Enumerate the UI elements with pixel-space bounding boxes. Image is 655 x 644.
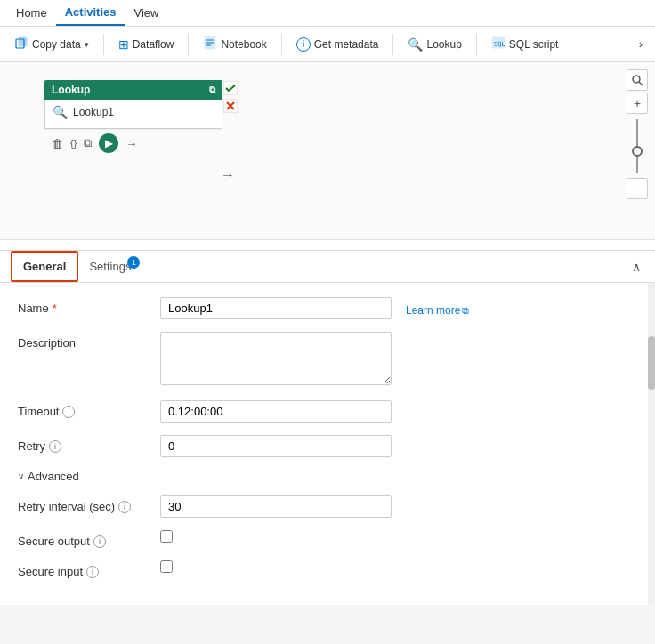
- name-label: Name *: [18, 297, 160, 315]
- name-required-star: *: [53, 302, 57, 315]
- tabs-row: General Settings 1 ∧: [0, 251, 655, 283]
- node-arrow-button[interactable]: →: [125, 137, 137, 150]
- menu-view[interactable]: View: [125, 1, 168, 25]
- node-expand-icon[interactable]: ⧉: [209, 85, 215, 95]
- node-header: Lookup ⧉: [44, 80, 222, 100]
- advanced-label-text: Advanced: [28, 470, 79, 483]
- retry-wrap: [160, 435, 637, 457]
- scrollbar-thumb[interactable]: [648, 336, 655, 390]
- settings-badge: 1: [127, 256, 140, 269]
- node-body: 🔍 Lookup1: [44, 100, 222, 129]
- canvas-zoom-out-button[interactable]: −: [627, 178, 648, 199]
- notebook-icon: [203, 36, 217, 52]
- secure-output-info-icon[interactable]: i: [93, 535, 106, 548]
- sql-script-button[interactable]: SQL SQL script: [484, 32, 566, 56]
- tab-settings-label: Settings: [89, 260, 131, 273]
- retry-interval-input[interactable]: [160, 495, 392, 518]
- retry-input[interactable]: [160, 435, 392, 457]
- toolbar: Copy data ▾ ⊞ Dataflow Notebook i Get me…: [0, 27, 655, 62]
- node-item-label: Lookup1: [73, 106, 114, 118]
- node-title: Lookup: [52, 84, 90, 96]
- notebook-label: Notebook: [221, 38, 266, 51]
- menu-bar: Home Activities View: [0, 0, 655, 27]
- secure-output-checkbox[interactable]: [160, 530, 173, 543]
- node-delete-button[interactable]: 🗑: [52, 137, 63, 150]
- properties-panel: General Settings 1 ∧ Name * Learn more ⧉: [0, 251, 655, 605]
- secure-input-wrap: [160, 560, 637, 576]
- dataflow-label: Dataflow: [133, 38, 174, 51]
- retry-info-icon[interactable]: i: [49, 440, 61, 453]
- get-metadata-button[interactable]: i Get metadata: [289, 34, 386, 55]
- get-metadata-icon: i: [296, 37, 311, 52]
- secure-output-label-text: Secure output: [18, 535, 90, 548]
- svg-text:SQL: SQL: [494, 41, 505, 48]
- timeout-label-text: Timeout: [18, 405, 59, 418]
- tabs-collapse-button[interactable]: ∧: [628, 256, 644, 278]
- advanced-chevron-icon: ∨: [18, 471, 24, 481]
- timeout-wrap: [160, 400, 637, 423]
- retry-label: Retry i: [18, 435, 160, 453]
- tab-general[interactable]: General: [11, 251, 78, 282]
- secure-input-label-text: Secure input: [18, 565, 83, 578]
- lookup-toolbar-label: Lookup: [426, 38, 461, 51]
- name-row: Name * Learn more ⧉: [18, 297, 637, 319]
- lookup-toolbar-button[interactable]: 🔍 Lookup: [400, 34, 468, 55]
- toolbar-sep-2: [188, 34, 189, 55]
- secure-output-row: Secure output i: [18, 530, 637, 548]
- toolbar-sep-5: [476, 34, 477, 55]
- secure-output-label: Secure output i: [18, 530, 160, 548]
- description-input[interactable]: [160, 332, 392, 385]
- canvas-inner: Lookup ⧉ 🔍 Lookup1 🗑 {} ⧉ ▶ →: [0, 62, 655, 239]
- svg-point-10: [633, 76, 640, 83]
- notebook-button[interactable]: Notebook: [196, 32, 273, 56]
- toolbar-sep-1: [103, 34, 104, 55]
- lookup-node[interactable]: Lookup ⧉ 🔍 Lookup1 🗑 {} ⧉ ▶ →: [44, 80, 222, 157]
- canvas-zoom-in-button[interactable]: +: [627, 93, 648, 114]
- node-copy-button[interactable]: ⧉: [84, 136, 92, 150]
- menu-home[interactable]: Home: [7, 1, 56, 25]
- node-run-button[interactable]: ▶: [99, 133, 118, 153]
- description-label-text: Description: [18, 336, 76, 350]
- timeout-row: Timeout i: [18, 400, 637, 423]
- form-area: Name * Learn more ⧉ Description: [0, 283, 655, 605]
- toolbar-sep-4: [392, 34, 393, 55]
- menu-activities[interactable]: Activities: [56, 0, 125, 26]
- zoom-slider[interactable]: [636, 119, 638, 173]
- node-connector: →: [221, 167, 235, 183]
- name-input-wrap: Learn more ⧉: [160, 297, 637, 319]
- retry-interval-label: Retry interval (sec) i: [18, 495, 160, 513]
- collapse-bar[interactable]: —: [0, 240, 655, 251]
- tab-general-label: General: [23, 260, 66, 273]
- learn-more-link[interactable]: Learn more ⧉: [406, 300, 469, 317]
- node-code-button[interactable]: {}: [70, 138, 77, 149]
- toolbar-more-button[interactable]: ›: [634, 34, 648, 54]
- retry-interval-row: Retry interval (sec) i: [18, 495, 637, 518]
- sql-script-icon: SQL: [491, 36, 505, 52]
- copy-data-dropdown-icon: ▾: [85, 40, 89, 49]
- scrollbar-track: [648, 283, 655, 605]
- secure-input-label: Secure input i: [18, 560, 160, 578]
- canvas-search-button[interactable]: [627, 69, 648, 91]
- learn-more-icon: ⧉: [462, 305, 469, 317]
- name-input[interactable]: [160, 297, 392, 319]
- get-metadata-label: Get metadata: [314, 38, 379, 51]
- timeout-info-icon[interactable]: i: [62, 406, 75, 418]
- timeout-input[interactable]: [160, 400, 392, 423]
- copy-data-button[interactable]: Copy data ▾: [7, 32, 96, 56]
- retry-interval-label-text: Retry interval (sec): [18, 500, 115, 513]
- dataflow-button[interactable]: ⊞ Dataflow: [111, 34, 182, 55]
- description-wrap: [160, 332, 637, 388]
- description-label: Description: [18, 332, 160, 350]
- secure-input-checkbox[interactable]: [160, 560, 173, 573]
- tab-settings[interactable]: Settings 1: [78, 253, 142, 280]
- toolbar-sep-3: [281, 34, 282, 55]
- status-ok-icon: [222, 80, 239, 96]
- secure-input-info-icon[interactable]: i: [86, 566, 99, 578]
- canvas-area: Lookup ⧉ 🔍 Lookup1 🗑 {} ⧉ ▶ →: [0, 62, 655, 240]
- retry-interval-info-icon[interactable]: i: [118, 501, 131, 513]
- advanced-toggle[interactable]: ∨ Advanced: [18, 470, 637, 483]
- description-row: Description: [18, 332, 637, 388]
- retry-interval-wrap: [160, 495, 637, 518]
- zoom-thumb: [632, 146, 643, 157]
- learn-more-text: Learn more: [406, 304, 460, 317]
